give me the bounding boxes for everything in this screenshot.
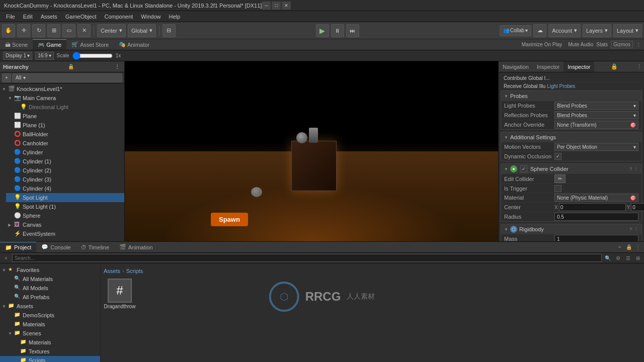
minimize-button[interactable]: ─: [262, 2, 271, 10]
radius-input[interactable]: [554, 213, 638, 221]
tab-animation[interactable]: 🎬 Animation: [114, 242, 158, 252]
step-button[interactable]: ⏭: [346, 24, 359, 37]
hierarchy-eventsystem[interactable]: ⚡ EventSystem: [6, 229, 124, 238]
panel-more-btn[interactable]: ⋮: [636, 42, 641, 47]
sc-help-btn[interactable]: ?: [629, 166, 632, 171]
hierarchy-add-btn[interactable]: +: [2, 73, 11, 82]
search-columns-btn[interactable]: ☰: [624, 255, 632, 261]
reflection-probes-dropdown[interactable]: Blend Probes ▾: [554, 111, 638, 119]
sphere-collider-header[interactable]: ▼ ● ✓ Sphere Collider ? ⋮: [501, 164, 641, 174]
assets-header[interactable]: ▼ 📁 Assets: [0, 302, 100, 311]
hierarchy-sphere[interactable]: ⚪ Sphere: [6, 211, 124, 220]
pause-button[interactable]: ⏸: [331, 24, 344, 37]
grid-btn[interactable]: ⊟: [163, 24, 176, 37]
all-prefabs-item[interactable]: 🔍 All Prefabs: [0, 293, 100, 302]
all-materials-item[interactable]: 🔍 All Materials: [0, 275, 100, 284]
menu-file[interactable]: File: [2, 13, 19, 21]
tool-scale[interactable]: ⊞: [47, 24, 60, 37]
hierarchy-cylinder-1[interactable]: 🔵 Cylinder (1): [6, 157, 124, 166]
demoscripts-item[interactable]: 📁 DemoScripts: [0, 311, 100, 320]
hierarchy-spot-light-1[interactable]: 💡 Spot Light (1): [6, 202, 124, 211]
account-dropdown[interactable]: Account ▾: [548, 24, 581, 37]
hierarchy-canholder[interactable]: ⭕ Canholder: [6, 139, 124, 148]
materials-item[interactable]: 📁 Materials: [0, 320, 100, 329]
asset-store-tab[interactable]: 🛒 Asset Store: [66, 39, 114, 50]
tab-project[interactable]: 📁 Project: [0, 242, 36, 252]
is-trigger-checkbox[interactable]: [554, 185, 561, 192]
game-view[interactable]: Spawn: [125, 61, 498, 241]
hierarchy-cylinder[interactable]: 🔵 Cylinder: [6, 148, 124, 157]
right-panel-lock[interactable]: 🔒: [609, 63, 620, 70]
search-filter-btn[interactable]: ⚙: [614, 255, 622, 261]
light-probes-dropdown[interactable]: Blend Probes ▾: [554, 102, 638, 110]
tool-transform[interactable]: ✕: [77, 24, 91, 37]
menu-window[interactable]: Window: [137, 13, 165, 21]
ratio-dropdown[interactable]: 16:9 ▾: [35, 52, 53, 60]
layers-dropdown[interactable]: Layers ▾: [583, 24, 611, 37]
anchor-override-dropdown[interactable]: None (Transform) 🎯: [554, 121, 638, 129]
textures-item[interactable]: 📁 Textures: [0, 347, 100, 356]
play-button[interactable]: ▶: [316, 24, 329, 37]
tab-console[interactable]: 💬 Console: [36, 242, 75, 252]
hierarchy-plane-1[interactable]: ⬜ Plane (1): [6, 121, 124, 130]
probes-header[interactable]: ▼ Probes: [501, 91, 641, 101]
collab-button[interactable]: 👥 Collab ▾: [500, 25, 531, 36]
tab-inspector-1[interactable]: Inspector: [533, 61, 564, 72]
hierarchy-search-dropdown[interactable]: All ▾: [12, 73, 122, 82]
center-dropdown[interactable]: Center ▾: [97, 24, 126, 37]
game-tab[interactable]: 🎮 Game: [33, 39, 66, 50]
center-x-input[interactable]: [559, 203, 626, 211]
motion-vectors-dropdown[interactable]: Per Object Motion ▾: [554, 143, 638, 151]
panel-more-btn[interactable]: ⋮: [634, 244, 642, 250]
hierarchy-main-camera[interactable]: ▼ 📷 Main Camera: [6, 94, 124, 103]
search-grid-btn[interactable]: ⊞: [634, 255, 642, 261]
dragandthrow-asset[interactable]: # Dragandthrow: [104, 279, 136, 309]
maximize-button[interactable]: □: [272, 2, 281, 10]
tab-timeline[interactable]: ⏱ Timeline: [76, 242, 114, 252]
sc-more-btn[interactable]: ⋮: [634, 166, 638, 171]
hierarchy-root[interactable]: ▼ 🎬 KnockcansLevel1*: [0, 84, 124, 94]
hierarchy-plane[interactable]: ⬜ Plane: [6, 112, 124, 121]
rigidbody-header[interactable]: ▼ ⬡ Rigidbody ? ⋮: [501, 224, 641, 234]
scripts-item[interactable]: 📁 Scripts: [0, 356, 100, 362]
project-search-input[interactable]: [12, 254, 602, 262]
scenes-item[interactable]: ▼ 📁 Scenes: [0, 329, 100, 338]
search-icon[interactable]: 🔍: [604, 255, 612, 261]
hierarchy-cylinder-2[interactable]: 🔵 Cylinder (2): [6, 166, 124, 175]
animator-tab[interactable]: 🎭 Animator: [114, 39, 154, 50]
mute-audio-btn[interactable]: Mute Audio: [568, 42, 593, 47]
bread-assets[interactable]: Assets: [104, 268, 120, 274]
hierarchy-spot-light[interactable]: 💡 Spot Light: [6, 193, 124, 202]
bread-scripts[interactable]: Scripts: [126, 268, 143, 274]
display-dropdown[interactable]: Display 1 ▾: [3, 52, 32, 60]
hierarchy-cylinder-4[interactable]: 🔵 Cylinder (4): [6, 184, 124, 193]
tab-navigation[interactable]: Navigation: [499, 61, 533, 72]
menu-help[interactable]: Help: [165, 13, 184, 21]
layout-dropdown[interactable]: Layout ▾: [613, 24, 642, 37]
spawn-button[interactable]: Spawn: [211, 213, 248, 226]
menu-edit[interactable]: Edit: [19, 13, 37, 21]
menu-assets[interactable]: Assets: [37, 13, 61, 21]
scenes-materials-item[interactable]: 📁 Materials: [0, 338, 100, 347]
sphere-collider-enabled[interactable]: ✓: [520, 165, 527, 172]
tool-rect[interactable]: ▭: [62, 24, 75, 37]
right-panel-more[interactable]: ⋮: [634, 63, 644, 70]
mass-input[interactable]: [554, 235, 638, 241]
scale-slider[interactable]: [72, 53, 113, 59]
cloud-button[interactable]: ☁: [533, 24, 546, 37]
center-y-input[interactable]: [631, 203, 644, 211]
stats-btn[interactable]: Stats: [596, 42, 608, 47]
menu-component[interactable]: Component: [100, 13, 137, 21]
project-add-btn[interactable]: +: [2, 255, 10, 261]
scene-tab[interactable]: 🏔 Scene: [0, 39, 33, 50]
rb-more-btn[interactable]: ⋮: [634, 227, 638, 232]
edit-collider-btn[interactable]: ✏: [554, 174, 566, 183]
tool-move[interactable]: ✛: [17, 24, 30, 37]
menu-gameobject[interactable]: GameObject: [61, 13, 101, 21]
maximize-onplay[interactable]: Maximize On Play: [519, 40, 566, 49]
global-dropdown[interactable]: Global ▾: [128, 24, 156, 37]
additional-settings-header[interactable]: ▼ Additional Settings: [501, 132, 641, 142]
hierarchy-cylinder-3[interactable]: 🔵 Cylinder (3): [6, 175, 124, 184]
favorites-header[interactable]: ▼ ★ Favorites: [0, 265, 100, 275]
rb-help-btn[interactable]: ?: [629, 227, 632, 232]
